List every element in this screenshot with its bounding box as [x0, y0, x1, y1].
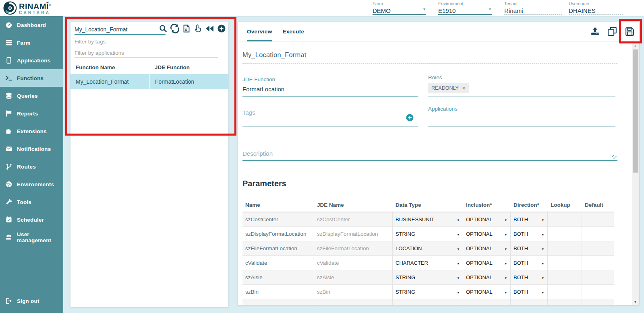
lookup-cell[interactable] [548, 270, 582, 284]
save-button[interactable] [624, 26, 635, 37]
sidebar-item-applications[interactable]: Applications [0, 51, 63, 69]
search-icon[interactable] [158, 24, 168, 33]
direction-select[interactable]: BOTH [511, 212, 548, 227]
inclusion-select[interactable]: OPTIONAL [463, 212, 511, 227]
param-name-cell[interactable]: szAisle [242, 270, 314, 284]
direction-select[interactable]: BOTH [511, 270, 548, 284]
copy-button[interactable] [607, 26, 618, 37]
default-cell[interactable] [582, 256, 614, 270]
farm-select[interactable]: Farm DEMO [373, 1, 426, 15]
sidebar-item-scheduler[interactable]: Scheduler [0, 211, 63, 229]
extensions-icon [5, 128, 12, 135]
tags-filter-input[interactable] [75, 37, 218, 46]
data-type-select[interactable]: CHARACTER [393, 256, 463, 270]
username-field[interactable]: Username DHAINES [569, 1, 623, 15]
excel-export-icon[interactable]: x [182, 24, 191, 33]
applications-field[interactable]: Applications [428, 106, 615, 127]
function-search-input[interactable] [75, 25, 166, 35]
inclusion-select[interactable]: OPTIONAL [463, 256, 511, 270]
remove-role-icon[interactable] [462, 85, 466, 91]
sidebar-item-routes[interactable]: Routes [0, 158, 63, 175]
jde-function-cell: FormatLocation [149, 74, 228, 89]
param-name-cell[interactable]: cValidate [242, 256, 314, 270]
default-cell[interactable] [582, 241, 614, 255]
sidebar-item-environments[interactable]: Environments [0, 175, 63, 193]
direction-select[interactable]: BOTH [511, 241, 548, 255]
tab-execute[interactable]: Execute [282, 22, 304, 41]
tenant-field[interactable]: Tenant Rinami [504, 1, 562, 15]
param-name-cell[interactable]: szFileFormatLocation [242, 241, 314, 255]
direction-select[interactable]: BOTH [511, 285, 548, 299]
default-cell[interactable] [582, 212, 614, 227]
tab-overview[interactable]: Overview [247, 22, 272, 41]
default-cell[interactable] [582, 270, 614, 284]
roles-label: Roles [428, 74, 615, 80]
dropdown-arrow-icon [542, 231, 544, 237]
environment-select[interactable]: Environment E1910 [438, 1, 492, 15]
jde-function-label: JDE Function [242, 76, 418, 82]
scroll-up-icon[interactable] [632, 42, 639, 49]
sidebar-item-dashboard[interactable]: Dashboard [0, 16, 63, 34]
data-type-select[interactable]: LOCATION [393, 241, 463, 255]
add-tag-icon[interactable] [406, 114, 414, 121]
sidebar-item-label: User management [17, 231, 63, 243]
parameters-heading: Parameters [242, 179, 286, 188]
applications-filter-input[interactable] [75, 49, 218, 58]
tags-input[interactable] [242, 109, 396, 116]
sidebar-item-queries[interactable]: Queries [0, 87, 63, 105]
column-header-name: Name [242, 198, 314, 212]
data-type-select[interactable]: STRING [393, 227, 463, 241]
param-jde-name-cell: cValidate [314, 256, 393, 270]
lookup-cell[interactable] [548, 256, 582, 270]
sidebar-item-sign-out[interactable]: Sign out [0, 292, 63, 310]
sidebar-item-extensions[interactable]: Extensions [0, 122, 63, 140]
parameters-header-row: Name JDE Name Data Type Inclusion* Direc… [242, 198, 614, 212]
inclusion-select[interactable]: OPTIONAL [463, 285, 511, 299]
default-cell[interactable] [582, 285, 614, 299]
param-name-cell[interactable]: szCostCenter [242, 212, 314, 227]
hand-pointer-icon[interactable] [193, 24, 203, 33]
data-type-select[interactable]: STRING [393, 285, 463, 299]
inclusion-select[interactable]: OPTIONAL [463, 270, 511, 284]
data-type-select[interactable]: BUSINESSUNIT [393, 212, 463, 227]
role-chip-label: READONLY [431, 85, 459, 91]
sidebar-item-user-management[interactable]: User management [0, 229, 63, 246]
vertical-scrollbar[interactable] [632, 42, 639, 305]
lookup-cell[interactable] [548, 285, 582, 299]
function-title-field[interactable]: My_Location_Format [242, 51, 617, 64]
param-name-cell[interactable]: szDisplayFormatLocation [242, 227, 314, 241]
scrollbar-thumb[interactable] [633, 49, 638, 173]
param-name-cell[interactable]: szBin [242, 285, 314, 299]
upload-button[interactable] [590, 26, 601, 37]
add-function-icon[interactable] [217, 24, 226, 33]
sidebar-item-label: Tools [17, 199, 31, 205]
description-input[interactable] [242, 150, 597, 157]
lookup-cell[interactable] [548, 212, 582, 227]
default-cell[interactable] [582, 227, 614, 241]
sidebar-item-tools[interactable]: Tools [0, 193, 63, 211]
function-list-panel: x Function Name JDE Function My_Location… [70, 22, 228, 307]
rewind-icon[interactable] [205, 24, 215, 33]
sidebar-item-notifications[interactable]: Notifications [0, 140, 63, 158]
inclusion-select[interactable]: OPTIONAL [463, 241, 511, 255]
sidebar-item-farm[interactable]: Farm [0, 34, 63, 51]
jde-function-input[interactable]: FormatLocation [242, 86, 418, 93]
lookup-cell[interactable] [548, 241, 582, 255]
refresh-icon[interactable] [170, 24, 180, 33]
direction-select[interactable]: BOTH [511, 256, 548, 270]
scroll-down-icon[interactable] [632, 299, 639, 305]
data-type-select[interactable]: STRING [393, 270, 463, 284]
lookup-cell[interactable] [548, 227, 582, 241]
direction-select[interactable]: BOTH [511, 227, 548, 241]
inclusion-select[interactable]: OPTIONAL [463, 227, 511, 241]
empty-cell [582, 299, 614, 305]
function-list-row[interactable]: My_Location_Format FormatLocation [70, 74, 228, 89]
sidebar-item-label: Scheduler [17, 217, 44, 223]
parameter-row-partial [242, 299, 614, 305]
dropdown-arrow-icon [457, 216, 459, 222]
app-window: RINAMǏ® CANTARA Farm DEMO Environment E1… [0, 0, 644, 313]
sidebar-item-reports[interactable]: Reports [0, 105, 63, 122]
sidebar-item-functions[interactable]: Functions [0, 69, 63, 87]
applications-icon [5, 57, 12, 64]
resize-handle-icon[interactable] [612, 155, 617, 159]
